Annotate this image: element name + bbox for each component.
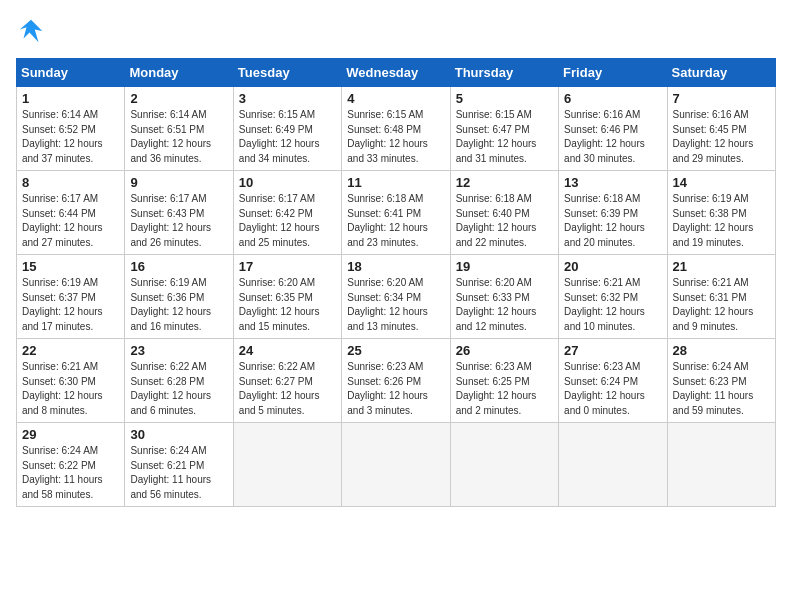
day-number: 23 <box>130 343 227 358</box>
calendar-cell: 25Sunrise: 6:23 AM Sunset: 6:26 PM Dayli… <box>342 339 450 423</box>
day-number: 5 <box>456 91 553 106</box>
calendar-cell <box>233 423 341 507</box>
day-number: 19 <box>456 259 553 274</box>
calendar-cell: 7Sunrise: 6:16 AM Sunset: 6:45 PM Daylig… <box>667 87 775 171</box>
day-number: 16 <box>130 259 227 274</box>
day-info: Sunrise: 6:17 AM Sunset: 6:44 PM Dayligh… <box>22 192 119 250</box>
day-number: 15 <box>22 259 119 274</box>
calendar-cell <box>559 423 667 507</box>
day-info: Sunrise: 6:19 AM Sunset: 6:36 PM Dayligh… <box>130 276 227 334</box>
calendar-cell: 15Sunrise: 6:19 AM Sunset: 6:37 PM Dayli… <box>17 255 125 339</box>
day-info: Sunrise: 6:19 AM Sunset: 6:37 PM Dayligh… <box>22 276 119 334</box>
day-number: 6 <box>564 91 661 106</box>
day-number: 9 <box>130 175 227 190</box>
day-number: 18 <box>347 259 444 274</box>
day-number: 27 <box>564 343 661 358</box>
day-number: 11 <box>347 175 444 190</box>
day-number: 2 <box>130 91 227 106</box>
calendar-cell: 21Sunrise: 6:21 AM Sunset: 6:31 PM Dayli… <box>667 255 775 339</box>
calendar-cell: 1Sunrise: 6:14 AM Sunset: 6:52 PM Daylig… <box>17 87 125 171</box>
day-number: 21 <box>673 259 770 274</box>
calendar-cell: 4Sunrise: 6:15 AM Sunset: 6:48 PM Daylig… <box>342 87 450 171</box>
calendar-week-row: 1Sunrise: 6:14 AM Sunset: 6:52 PM Daylig… <box>17 87 776 171</box>
calendar-cell: 9Sunrise: 6:17 AM Sunset: 6:43 PM Daylig… <box>125 171 233 255</box>
day-number: 14 <box>673 175 770 190</box>
day-info: Sunrise: 6:22 AM Sunset: 6:28 PM Dayligh… <box>130 360 227 418</box>
day-info: Sunrise: 6:24 AM Sunset: 6:22 PM Dayligh… <box>22 444 119 502</box>
day-number: 1 <box>22 91 119 106</box>
calendar-cell: 14Sunrise: 6:19 AM Sunset: 6:38 PM Dayli… <box>667 171 775 255</box>
day-number: 28 <box>673 343 770 358</box>
day-info: Sunrise: 6:14 AM Sunset: 6:52 PM Dayligh… <box>22 108 119 166</box>
day-number: 25 <box>347 343 444 358</box>
calendar-cell: 8Sunrise: 6:17 AM Sunset: 6:44 PM Daylig… <box>17 171 125 255</box>
day-number: 29 <box>22 427 119 442</box>
day-number: 22 <box>22 343 119 358</box>
calendar-cell: 2Sunrise: 6:14 AM Sunset: 6:51 PM Daylig… <box>125 87 233 171</box>
calendar-cell <box>667 423 775 507</box>
calendar-cell: 24Sunrise: 6:22 AM Sunset: 6:27 PM Dayli… <box>233 339 341 423</box>
day-info: Sunrise: 6:21 AM Sunset: 6:30 PM Dayligh… <box>22 360 119 418</box>
day-number: 26 <box>456 343 553 358</box>
col-header-wednesday: Wednesday <box>342 59 450 87</box>
day-info: Sunrise: 6:15 AM Sunset: 6:47 PM Dayligh… <box>456 108 553 166</box>
day-info: Sunrise: 6:23 AM Sunset: 6:25 PM Dayligh… <box>456 360 553 418</box>
day-info: Sunrise: 6:18 AM Sunset: 6:39 PM Dayligh… <box>564 192 661 250</box>
calendar-cell: 30Sunrise: 6:24 AM Sunset: 6:21 PM Dayli… <box>125 423 233 507</box>
logo-icon <box>16 16 46 46</box>
calendar-cell: 27Sunrise: 6:23 AM Sunset: 6:24 PM Dayli… <box>559 339 667 423</box>
calendar-cell <box>450 423 558 507</box>
day-number: 3 <box>239 91 336 106</box>
day-info: Sunrise: 6:21 AM Sunset: 6:32 PM Dayligh… <box>564 276 661 334</box>
day-number: 8 <box>22 175 119 190</box>
calendar-cell: 10Sunrise: 6:17 AM Sunset: 6:42 PM Dayli… <box>233 171 341 255</box>
day-info: Sunrise: 6:22 AM Sunset: 6:27 PM Dayligh… <box>239 360 336 418</box>
calendar-cell: 26Sunrise: 6:23 AM Sunset: 6:25 PM Dayli… <box>450 339 558 423</box>
calendar-cell: 19Sunrise: 6:20 AM Sunset: 6:33 PM Dayli… <box>450 255 558 339</box>
calendar-cell: 20Sunrise: 6:21 AM Sunset: 6:32 PM Dayli… <box>559 255 667 339</box>
day-info: Sunrise: 6:17 AM Sunset: 6:43 PM Dayligh… <box>130 192 227 250</box>
day-info: Sunrise: 6:20 AM Sunset: 6:34 PM Dayligh… <box>347 276 444 334</box>
calendar-table: SundayMondayTuesdayWednesdayThursdayFrid… <box>16 58 776 507</box>
calendar-cell: 29Sunrise: 6:24 AM Sunset: 6:22 PM Dayli… <box>17 423 125 507</box>
day-info: Sunrise: 6:15 AM Sunset: 6:49 PM Dayligh… <box>239 108 336 166</box>
logo <box>16 16 50 46</box>
day-number: 17 <box>239 259 336 274</box>
col-header-friday: Friday <box>559 59 667 87</box>
calendar-week-row: 8Sunrise: 6:17 AM Sunset: 6:44 PM Daylig… <box>17 171 776 255</box>
day-info: Sunrise: 6:21 AM Sunset: 6:31 PM Dayligh… <box>673 276 770 334</box>
calendar-cell: 13Sunrise: 6:18 AM Sunset: 6:39 PM Dayli… <box>559 171 667 255</box>
col-header-thursday: Thursday <box>450 59 558 87</box>
calendar-cell: 12Sunrise: 6:18 AM Sunset: 6:40 PM Dayli… <box>450 171 558 255</box>
page-header <box>16 16 776 46</box>
day-number: 13 <box>564 175 661 190</box>
calendar-cell: 5Sunrise: 6:15 AM Sunset: 6:47 PM Daylig… <box>450 87 558 171</box>
calendar-cell: 23Sunrise: 6:22 AM Sunset: 6:28 PM Dayli… <box>125 339 233 423</box>
calendar-cell: 18Sunrise: 6:20 AM Sunset: 6:34 PM Dayli… <box>342 255 450 339</box>
calendar-week-row: 22Sunrise: 6:21 AM Sunset: 6:30 PM Dayli… <box>17 339 776 423</box>
day-info: Sunrise: 6:20 AM Sunset: 6:33 PM Dayligh… <box>456 276 553 334</box>
calendar-cell: 11Sunrise: 6:18 AM Sunset: 6:41 PM Dayli… <box>342 171 450 255</box>
day-info: Sunrise: 6:24 AM Sunset: 6:23 PM Dayligh… <box>673 360 770 418</box>
day-info: Sunrise: 6:19 AM Sunset: 6:38 PM Dayligh… <box>673 192 770 250</box>
day-info: Sunrise: 6:14 AM Sunset: 6:51 PM Dayligh… <box>130 108 227 166</box>
day-info: Sunrise: 6:23 AM Sunset: 6:24 PM Dayligh… <box>564 360 661 418</box>
svg-marker-0 <box>20 20 43 43</box>
day-info: Sunrise: 6:18 AM Sunset: 6:41 PM Dayligh… <box>347 192 444 250</box>
day-info: Sunrise: 6:16 AM Sunset: 6:45 PM Dayligh… <box>673 108 770 166</box>
day-info: Sunrise: 6:16 AM Sunset: 6:46 PM Dayligh… <box>564 108 661 166</box>
day-number: 10 <box>239 175 336 190</box>
col-header-saturday: Saturday <box>667 59 775 87</box>
calendar-cell <box>342 423 450 507</box>
day-number: 4 <box>347 91 444 106</box>
day-number: 20 <box>564 259 661 274</box>
col-header-sunday: Sunday <box>17 59 125 87</box>
calendar-header-row: SundayMondayTuesdayWednesdayThursdayFrid… <box>17 59 776 87</box>
day-info: Sunrise: 6:23 AM Sunset: 6:26 PM Dayligh… <box>347 360 444 418</box>
calendar-cell: 6Sunrise: 6:16 AM Sunset: 6:46 PM Daylig… <box>559 87 667 171</box>
calendar-cell: 3Sunrise: 6:15 AM Sunset: 6:49 PM Daylig… <box>233 87 341 171</box>
col-header-monday: Monday <box>125 59 233 87</box>
calendar-cell: 16Sunrise: 6:19 AM Sunset: 6:36 PM Dayli… <box>125 255 233 339</box>
day-number: 7 <box>673 91 770 106</box>
col-header-tuesday: Tuesday <box>233 59 341 87</box>
